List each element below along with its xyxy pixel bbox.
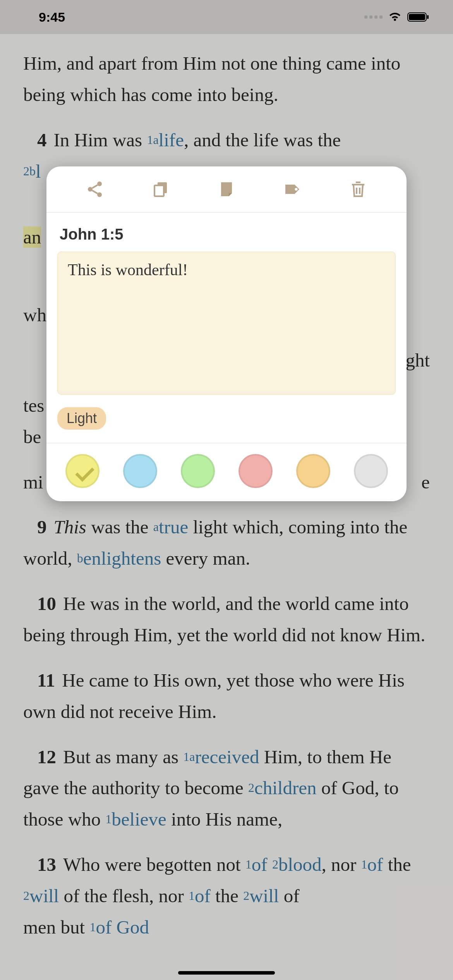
note-text-input[interactable]: This is wonderful! xyxy=(57,252,396,395)
share-button[interactable] xyxy=(81,176,108,203)
svg-point-4 xyxy=(88,187,93,192)
color-swatch-green[interactable] xyxy=(181,454,215,488)
home-indicator[interactable] xyxy=(178,971,275,975)
svg-point-3 xyxy=(97,182,102,186)
popup-body: John 1:5 This is wonderful! Light xyxy=(46,212,407,443)
popup-toolbar xyxy=(46,166,407,212)
color-swatch-yellow[interactable] xyxy=(65,454,100,488)
delete-button[interactable] xyxy=(345,176,372,203)
color-swatch-red[interactable] xyxy=(239,454,273,488)
tag-button[interactable] xyxy=(279,176,306,203)
svg-point-5 xyxy=(97,192,102,197)
color-swatch-gray[interactable] xyxy=(354,454,388,488)
note-tag-chip[interactable]: Light xyxy=(57,407,106,430)
note-tags-row: Light xyxy=(57,407,396,430)
color-swatch-blue[interactable] xyxy=(123,454,157,488)
color-swatch-orange[interactable] xyxy=(296,454,330,488)
copy-button[interactable] xyxy=(147,176,174,203)
note-button[interactable] xyxy=(213,176,240,203)
svg-rect-7 xyxy=(154,185,164,196)
highlight-colors-row xyxy=(46,443,407,501)
note-verse-reference: John 1:5 xyxy=(60,226,396,243)
note-popup: John 1:5 This is wonderful! Light xyxy=(46,166,407,501)
svg-point-8 xyxy=(295,188,297,190)
